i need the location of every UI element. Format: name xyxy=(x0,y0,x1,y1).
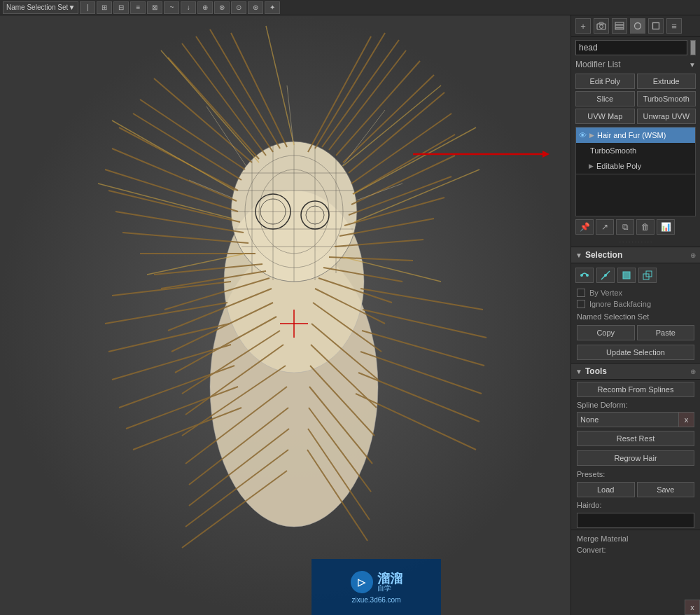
edit-poly-button[interactable]: Edit Poly xyxy=(575,74,635,89)
reset-rest-button[interactable]: Reset Rest xyxy=(577,431,694,446)
modifier-stack: 👁 ▶ Hair and Fur (WSM) TurboSmooth ▶ Edi… xyxy=(575,127,696,174)
stack-item-editable-poly[interactable]: ▶ Editable Poly xyxy=(576,158,695,174)
toolbar-btn-9[interactable]: ⊗ xyxy=(214,1,230,14)
toolbar-btn-5[interactable]: ⊠ xyxy=(147,1,162,14)
camera-button[interactable] xyxy=(594,18,609,34)
svg-rect-111 xyxy=(615,25,624,27)
selection-collapse-arrow: ▼ xyxy=(575,251,582,259)
edge-select-icon[interactable] xyxy=(596,268,615,283)
link-tool-button[interactable]: ⧉ xyxy=(616,219,634,235)
merge-convert-section: Merge Material Convert: xyxy=(571,530,700,558)
cursor-tool-button[interactable]: ↗ xyxy=(596,219,614,235)
ignore-backfacing-row: Ignore Backfacing xyxy=(571,298,700,310)
turbosmooth-button[interactable]: TurboSmooth xyxy=(637,91,696,106)
circle-button[interactable] xyxy=(630,18,645,34)
object-name-input[interactable] xyxy=(575,40,687,55)
modifier-buttons: Edit Poly Extrude Slice TurboSmooth UVW … xyxy=(571,71,700,127)
close-x-button[interactable]: x xyxy=(685,600,700,615)
add-button[interactable]: + xyxy=(575,18,591,34)
eye-icon: 👁 xyxy=(579,131,587,139)
vertex-select-icon[interactable] xyxy=(575,268,594,283)
svg-rect-110 xyxy=(615,22,624,25)
slice-button[interactable]: Slice xyxy=(575,91,635,106)
ignore-backfacing-checkbox[interactable] xyxy=(577,300,585,308)
convert-label: Convert: xyxy=(577,544,694,555)
stack-item-turbosmooth[interactable]: TurboSmooth xyxy=(576,143,695,158)
toolbar-btn-11[interactable]: ⊛ xyxy=(248,1,263,14)
save-button[interactable]: Save xyxy=(637,482,695,497)
arrow-icon: ▶ xyxy=(589,132,594,139)
watermark: ▷ 溜溜 自学 zixue.3d66.com xyxy=(312,559,441,615)
right-panel: + ≡ Modifier List ▼ Ed xyxy=(570,15,700,615)
pin-tool-button[interactable]: 📌 xyxy=(575,219,594,235)
name-color-box[interactable] xyxy=(690,40,696,55)
dropdown-arrow: ▼ xyxy=(68,4,75,11)
uvw-map-button[interactable]: UVW Map xyxy=(575,109,635,124)
tools-collapse-arrow: ▼ xyxy=(575,368,582,375)
update-selection-button[interactable]: Update Selection xyxy=(577,345,694,360)
recomb-from-splines-button[interactable]: Recomb From Splines xyxy=(577,382,694,397)
watermark-url: zixue.3d66.com xyxy=(351,596,400,604)
watermark-site: 自学 xyxy=(377,585,402,592)
toolbar-btn-12[interactable]: ✦ xyxy=(265,1,280,14)
delete-tool-button[interactable]: 🗑 xyxy=(636,219,654,235)
svg-point-108 xyxy=(600,25,603,29)
paste-button[interactable]: Paste xyxy=(637,325,695,340)
copy-paste-row: Copy Paste xyxy=(571,324,700,342)
svg-point-115 xyxy=(580,274,583,277)
face-select-icon[interactable] xyxy=(617,268,636,283)
spline-x-button[interactable]: x xyxy=(679,412,694,427)
presets-label: Presets: xyxy=(571,468,700,481)
name-selection-set-dropdown[interactable]: Name Selection Set ▼ xyxy=(3,1,78,14)
svg-point-116 xyxy=(586,274,589,277)
name-field-row xyxy=(571,37,700,58)
tools-section-title: Tools xyxy=(585,366,687,376)
by-vertex-row: By Vertex xyxy=(571,287,700,298)
tools-section-header[interactable]: ▼ Tools ⊕ xyxy=(571,363,700,380)
hairdo-input-row[interactable] xyxy=(577,513,694,528)
selection-section-pin: ⊕ xyxy=(690,251,696,259)
modifier-list-label: Modifier List xyxy=(575,60,686,69)
element-select-icon[interactable] xyxy=(638,268,657,283)
load-button[interactable]: Load xyxy=(577,482,635,497)
viewport[interactable]: ▷ 溜溜 自学 zixue.3d66.com xyxy=(0,15,570,615)
merge-material-label: Merge Material xyxy=(577,533,694,544)
expand-icon: ▶ xyxy=(589,163,594,170)
toolbar-btn-8[interactable]: ⊕ xyxy=(197,1,213,14)
toolbar-btn-1[interactable]: | xyxy=(80,1,95,14)
layers-button[interactable] xyxy=(612,18,627,34)
toolbar-btn-6[interactable]: ~ xyxy=(164,1,179,14)
toolbar-btn-10[interactable]: ⊙ xyxy=(231,1,246,14)
unwrap-uvw-button[interactable]: Unwrap UVW xyxy=(637,109,696,124)
toolbar-btn-3[interactable]: ⊟ xyxy=(113,1,129,14)
hairdo-label: Hairdo: xyxy=(571,499,700,511)
menu-button[interactable]: ≡ xyxy=(666,18,682,34)
svg-rect-114 xyxy=(653,23,659,29)
named-selection-label: Named Selection Set xyxy=(571,310,700,324)
spline-none-select[interactable]: None xyxy=(577,412,679,427)
spline-deform-row: Spline Deform: xyxy=(571,399,700,410)
toolbar-btn-2[interactable]: ⊞ xyxy=(97,1,112,14)
top-toolbar: Name Selection Set ▼ | ⊞ ⊟ ≡ ⊠ ~ ↓ ⊕ ⊗ ⊙… xyxy=(0,0,700,15)
toolbar-btn-4[interactable]: ≡ xyxy=(130,1,146,14)
graph-tool-button[interactable]: 📊 xyxy=(657,219,675,235)
extrude-button[interactable]: Extrude xyxy=(637,74,696,89)
viewport-content xyxy=(0,15,570,615)
selection-section-header[interactable]: ▼ Selection ⊕ xyxy=(571,247,700,263)
svg-rect-119 xyxy=(623,272,630,279)
copy-button[interactable]: Copy xyxy=(577,325,635,340)
modifier-list-arrow: ▼ xyxy=(689,61,696,69)
stack-item-label: TurboSmooth xyxy=(590,146,636,155)
by-vertex-checkbox[interactable] xyxy=(577,289,585,297)
toolbar-btn-7[interactable]: ↓ xyxy=(181,1,196,14)
spline-deform-label: Spline Deform: xyxy=(577,401,628,409)
by-vertex-label: By Vertex xyxy=(589,289,622,297)
svg-point-118 xyxy=(604,274,607,277)
selection-icons-row xyxy=(571,263,700,287)
svg-point-113 xyxy=(635,23,641,29)
main-layout: ▷ 溜溜 自学 zixue.3d66.com + xyxy=(0,15,700,615)
regrow-hair-button[interactable]: Regrow Hair xyxy=(577,450,694,466)
load-save-row: Load Save xyxy=(571,481,700,499)
stack-item-hair-fur[interactable]: 👁 ▶ Hair and Fur (WSM) xyxy=(576,127,695,143)
square-button[interactable] xyxy=(648,18,664,34)
